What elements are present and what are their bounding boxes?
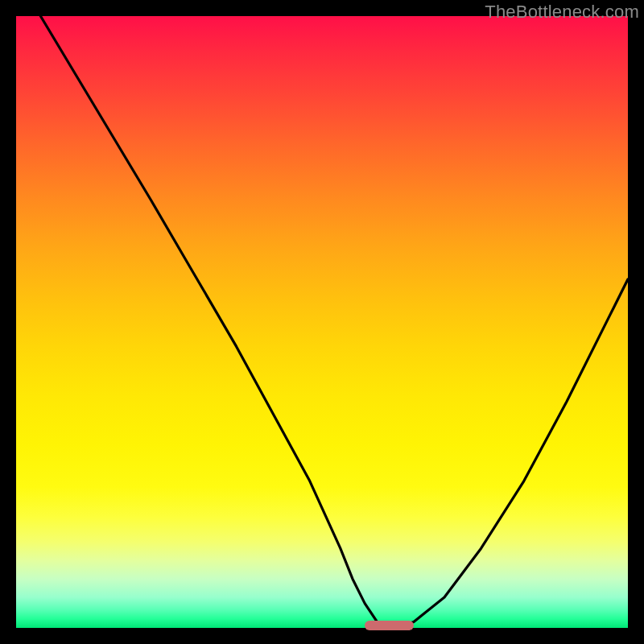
- bottleneck-curve: [16, 16, 628, 628]
- chart-container: TheBottleneck.com: [0, 0, 644, 644]
- plot-area: [16, 16, 628, 628]
- watermark-text: TheBottleneck.com: [485, 2, 639, 23]
- optimal-range-marker: [365, 621, 414, 630]
